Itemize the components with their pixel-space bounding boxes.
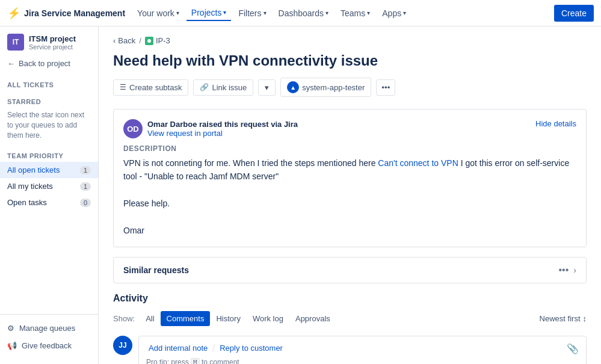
chevron-down-icon: ▾: [403, 10, 406, 16]
sidebar-bottom: ⚙ Manage queues 📢 Give feedback: [0, 314, 98, 354]
details-header: OD Omar Darboe raised this request via J…: [123, 119, 576, 138]
attach-icon[interactable]: 📎: [567, 343, 579, 354]
nav-teams[interactable]: Teams ▾: [336, 6, 375, 20]
dropdown-button[interactable]: ▾: [258, 79, 276, 96]
app-name: Jira Service Management: [24, 8, 125, 18]
top-navigation: ⚡ Jira Service Management Your work ▾ Pr…: [0, 0, 601, 26]
hide-details-button[interactable]: Hide details: [535, 119, 576, 128]
breadcrumb: ‹ Back / IP-3: [113, 36, 587, 45]
sidebar-item-open-tasks[interactable]: Open tasks 0: [0, 194, 98, 211]
tab-comments[interactable]: Comments: [161, 311, 211, 326]
team-priority-label: TEAM PRIORITY: [0, 145, 98, 162]
sort-button[interactable]: Newest first ↕: [540, 314, 587, 323]
nav-dashboards[interactable]: Dashboards ▾: [274, 6, 334, 20]
link-issue-button[interactable]: 🔗 Link issue: [193, 79, 253, 96]
create-subtask-button[interactable]: ☰ Create subtask: [113, 79, 188, 96]
comment-actions: Add internal note / Reply to customer: [146, 342, 285, 354]
show-label: Show:: [113, 314, 135, 323]
comment-input-row: JJ Add internal note / Reply to customer…: [113, 336, 587, 364]
requester-info: OD Omar Darboe raised this request via J…: [123, 119, 298, 138]
sidebar-item-all-my-tickets[interactable]: All my tickets 1: [0, 178, 98, 194]
nav-your-work[interactable]: Your work ▾: [132, 6, 184, 20]
comment-tip: Pro tip: press M to comment: [146, 358, 579, 364]
main-content: ‹ Back / IP-3 Need help with VPN connect…: [99, 26, 601, 364]
chevron-down-icon: ▾: [176, 10, 179, 16]
logo[interactable]: ⚡ Jira Service Management: [7, 7, 125, 20]
feedback-icon: 📢: [7, 341, 17, 350]
shortcut-key: M: [191, 358, 200, 364]
activity-section: Activity Show: All Comments History Work…: [113, 293, 587, 364]
manage-queues-item[interactable]: ⚙ Manage queues: [0, 319, 98, 337]
sidebar-item-all-open-tickets[interactable]: All open tickets 1: [0, 162, 98, 178]
sidebar: IT ITSM project Service project ← Back t…: [0, 26, 99, 364]
issue-title: Need help with VPN connectivity issue: [113, 52, 587, 69]
nav-projects[interactable]: Projects ▾: [186, 5, 232, 21]
all-tickets-label: All tickets: [0, 76, 98, 91]
chevron-down-icon: ▾: [264, 10, 267, 16]
nav-filters[interactable]: Filters ▾: [233, 6, 271, 20]
chevron-down-icon: ▾: [367, 10, 370, 16]
all-my-tickets-badge: 1: [80, 182, 91, 191]
back-icon: ←: [7, 59, 15, 68]
similar-more-icon[interactable]: •••: [559, 265, 569, 276]
give-feedback-item[interactable]: 📢 Give feedback: [0, 337, 98, 354]
jira-logo-icon: ⚡: [7, 7, 20, 20]
comment-box[interactable]: Add internal note / Reply to customer 📎 …: [138, 336, 587, 364]
tab-history[interactable]: History: [210, 311, 246, 326]
link-icon: 🔗: [200, 83, 209, 91]
back-to-project[interactable]: ← Back to project: [0, 55, 98, 72]
issue-type-icon: [145, 37, 153, 45]
vpn-link[interactable]: Can't connect to VPN: [378, 158, 458, 168]
add-internal-note-button[interactable]: Add internal note: [146, 342, 210, 354]
chevron-down-icon: ▾: [265, 83, 269, 92]
project-name: ITSM project: [29, 34, 76, 43]
similar-requests-card: Similar requests ••• ›: [113, 257, 587, 283]
tab-all[interactable]: All: [140, 311, 160, 326]
open-tasks-badge: 0: [80, 199, 91, 207]
similar-expand-icon[interactable]: ›: [573, 265, 576, 275]
starred-label: STARRED: [0, 91, 98, 108]
back-arrow-icon: ‹: [113, 36, 116, 45]
sidebar-project: IT ITSM project Service project: [0, 26, 98, 55]
description-text: VPN is not conneting for me. When I trie…: [123, 156, 576, 237]
sort-icon: ↕: [583, 314, 587, 323]
breadcrumb-separator: /: [139, 36, 141, 45]
activity-title: Activity: [113, 293, 587, 304]
chevron-down-icon: ▾: [325, 10, 328, 16]
activity-tabs: Show: All Comments History Work log Appr…: [113, 311, 587, 326]
nav-apps[interactable]: Apps ▾: [377, 6, 411, 20]
current-user-avatar: JJ: [113, 336, 132, 355]
similar-requests-title: Similar requests: [123, 265, 189, 275]
description-label: Description: [123, 144, 576, 153]
chevron-down-icon: ▾: [223, 9, 226, 16]
gear-icon: ⚙: [7, 324, 14, 333]
similar-actions: ••• ›: [559, 265, 576, 276]
more-actions-button[interactable]: •••: [376, 79, 395, 96]
action-bar: ☰ Create subtask 🔗 Link issue ▾ ▲ system…: [113, 78, 587, 97]
assignee-avatar: ▲: [287, 81, 299, 93]
raised-by-text: Omar Darboe raised this request via Jira: [147, 120, 298, 129]
create-button[interactable]: Create: [554, 5, 594, 22]
all-open-tickets-badge: 1: [80, 166, 91, 174]
subtask-icon: ☰: [120, 83, 126, 91]
starred-text: Select the star icon next to your queues…: [0, 108, 98, 145]
ellipsis-icon: •••: [381, 83, 390, 92]
breadcrumb-issue: IP-3: [145, 36, 170, 45]
view-request-link[interactable]: View request in portal: [147, 129, 298, 138]
reply-to-customer-button[interactable]: Reply to customer: [217, 342, 285, 354]
project-type: Service project: [29, 43, 76, 51]
similar-requests-header: Similar requests ••• ›: [114, 258, 586, 283]
tab-approvals[interactable]: Approvals: [289, 311, 336, 326]
details-card: OD Omar Darboe raised this request via J…: [113, 109, 587, 247]
back-button[interactable]: ‹ Back: [113, 36, 135, 45]
tab-worklog[interactable]: Work log: [247, 311, 289, 326]
requester-avatar: OD: [123, 119, 143, 138]
assignee-button[interactable]: ▲ system-app-tester: [280, 78, 371, 97]
project-icon: IT: [7, 34, 24, 51]
